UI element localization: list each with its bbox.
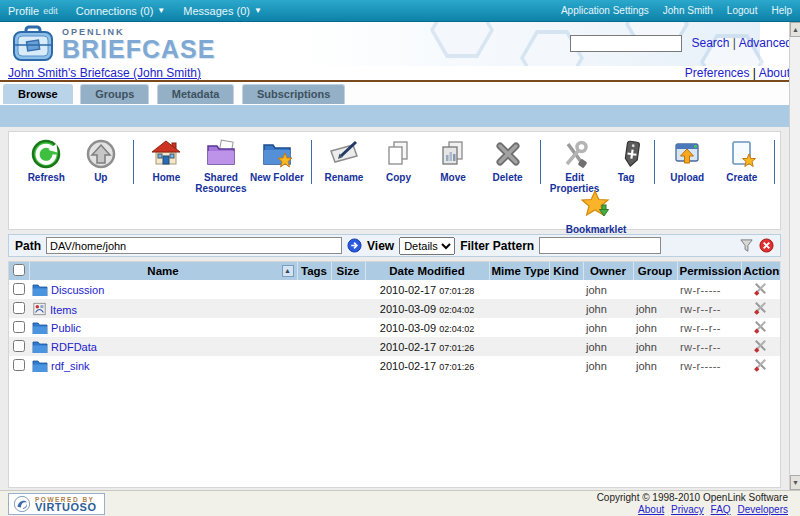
footer-about-link[interactable]: About: [638, 504, 664, 515]
logout-link[interactable]: Logout: [727, 5, 758, 16]
file-name-link[interactable]: Public: [51, 322, 81, 334]
row-actions-icon[interactable]: [753, 281, 768, 296]
column-header-date-modified[interactable]: Date Modified: [365, 262, 489, 280]
folder-icon: [32, 283, 48, 296]
tab-subscriptions[interactable]: Subscriptions: [242, 84, 345, 104]
new-folder-button[interactable]: New Folder: [248, 138, 306, 183]
profile-edit-link[interactable]: edit: [43, 6, 58, 16]
table-row: Public 2010-03-09 02:04:02 john john rw-…: [9, 318, 780, 337]
filter-pattern-label: Filter Pattern: [460, 239, 534, 253]
bookmarklet-icon: [581, 190, 611, 218]
create-button[interactable]: Create: [715, 138, 770, 183]
scroll-down-icon[interactable]: ▼: [790, 475, 800, 490]
clear-filter-icon[interactable]: [759, 238, 774, 253]
filter-pattern-input[interactable]: [539, 237, 661, 254]
app-header: OPENLINK BRIEFCASE Search | Advanced: [0, 22, 800, 66]
powered-by-virtuoso-badge[interactable]: POWERED BY VIRTUOSO: [8, 493, 105, 515]
profile-label: Profile: [8, 5, 39, 17]
column-header-actions[interactable]: Actions: [741, 262, 780, 280]
column-header-kind[interactable]: Kind: [549, 262, 583, 280]
refresh-button[interactable]: Refresh: [19, 138, 74, 183]
row-actions-icon[interactable]: [753, 338, 768, 353]
tag-button[interactable]: Tag: [603, 138, 649, 183]
edit-properties-icon: [559, 138, 591, 170]
row-actions-icon[interactable]: [753, 319, 768, 334]
column-header-group[interactable]: Group: [633, 262, 677, 280]
up-button[interactable]: Up: [74, 138, 129, 183]
connections-menu[interactable]: Connections (0) ▼: [76, 5, 166, 17]
file-name-link[interactable]: RDFData: [51, 341, 97, 353]
toolbar-label: Rename: [317, 172, 372, 183]
home-button[interactable]: Home: [139, 138, 194, 183]
footer-privacy-link[interactable]: Privacy: [671, 504, 704, 515]
footer-faq-link[interactable]: FAQ: [711, 504, 731, 515]
search-button[interactable]: Search: [691, 36, 729, 50]
upload-button[interactable]: Upload: [660, 138, 715, 183]
preferences-link[interactable]: Preferences: [685, 66, 750, 80]
upload-icon: [671, 138, 703, 170]
column-header-name[interactable]: Name ▲: [29, 262, 297, 280]
edit-properties-button[interactable]: Edit Properties: [546, 138, 604, 194]
row-actions-icon[interactable]: [753, 300, 768, 315]
brand-text: OPENLINK BRIEFCASE: [62, 27, 215, 61]
connections-label: Connections (0): [76, 5, 154, 17]
sort-asc-icon[interactable]: ▲: [282, 265, 294, 277]
application-settings-link[interactable]: Application Settings: [561, 5, 649, 16]
go-icon[interactable]: [347, 238, 362, 253]
row-checkbox[interactable]: [13, 340, 25, 352]
row-checkbox[interactable]: [13, 302, 25, 314]
user-name-link[interactable]: John Smith: [663, 5, 713, 16]
folder-icon: [32, 321, 48, 334]
row-checkbox[interactable]: [13, 283, 25, 295]
up-icon: [85, 138, 117, 170]
copyright-text: Copyright © 1998-2010 OpenLink Software: [597, 492, 788, 503]
view-label: View: [367, 239, 394, 253]
breadcrumb[interactable]: John Smith's Briefcase (John Smith): [8, 66, 201, 80]
toolbar-label: Upload: [660, 172, 715, 183]
move-icon: [437, 138, 469, 170]
row-checkbox[interactable]: [13, 321, 25, 333]
vertical-scrollbar[interactable]: ▲ ▼: [789, 22, 800, 490]
toolbar-label: Move: [426, 172, 481, 183]
toolbar-label: New Folder: [248, 172, 306, 183]
brand-briefcase: BRIEFCASE: [62, 37, 215, 61]
toolbar-label: Copy: [371, 172, 426, 183]
tab-browse[interactable]: Browse: [3, 84, 73, 104]
row-checkbox[interactable]: [13, 359, 25, 371]
toolbar-separator: [774, 140, 775, 184]
row-actions-icon[interactable]: [753, 357, 768, 372]
advanced-search-link[interactable]: Advanced: [739, 36, 792, 50]
file-name-link[interactable]: Items: [50, 304, 77, 316]
funnel-icon[interactable]: [739, 238, 754, 253]
select-all-checkbox[interactable]: [13, 264, 25, 276]
view-select[interactable]: Details: [399, 237, 455, 255]
column-header-owner[interactable]: Owner: [583, 262, 633, 280]
about-link[interactable]: About: [759, 66, 790, 80]
file-name-link[interactable]: rdf_sink: [51, 360, 90, 372]
column-header-size[interactable]: Size: [331, 262, 365, 280]
rename-button[interactable]: Rename: [317, 138, 372, 183]
profile-menu[interactable]: Profile edit: [8, 5, 58, 17]
help-link[interactable]: Help: [771, 5, 792, 16]
file-table-panel: Name ▲ Tags Size Date Modified Mime Type…: [8, 261, 781, 488]
tab-metadata[interactable]: Metadata: [157, 84, 235, 104]
toolbar-label: Refresh: [19, 172, 74, 183]
footer-developers-link[interactable]: Developers: [737, 504, 788, 515]
column-header-permissions[interactable]: Permissions: [677, 262, 741, 280]
tab-groups[interactable]: Groups: [80, 84, 149, 104]
delete-button[interactable]: Delete: [480, 138, 535, 183]
path-bar: Path View Details Filter Pattern: [8, 234, 781, 257]
path-input[interactable]: [46, 237, 342, 254]
messages-menu[interactable]: Messages (0) ▼: [183, 5, 262, 17]
search-input[interactable]: [570, 35, 682, 52]
bookmarklet-button[interactable]: Bookmarklet: [561, 190, 631, 235]
scroll-up-icon[interactable]: ▲: [790, 22, 800, 37]
move-button[interactable]: Move: [426, 138, 481, 183]
shared-resources-button[interactable]: Shared Resources: [194, 138, 249, 194]
column-header-tags[interactable]: Tags: [297, 262, 331, 280]
briefcase-logo[interactable]: OPENLINK BRIEFCASE: [12, 25, 215, 63]
file-name-link[interactable]: Discussion: [51, 284, 104, 296]
copy-button[interactable]: Copy: [371, 138, 426, 183]
file-table: Name ▲ Tags Size Date Modified Mime Type…: [9, 262, 781, 375]
column-header-mime-type[interactable]: Mime Type: [489, 262, 549, 280]
